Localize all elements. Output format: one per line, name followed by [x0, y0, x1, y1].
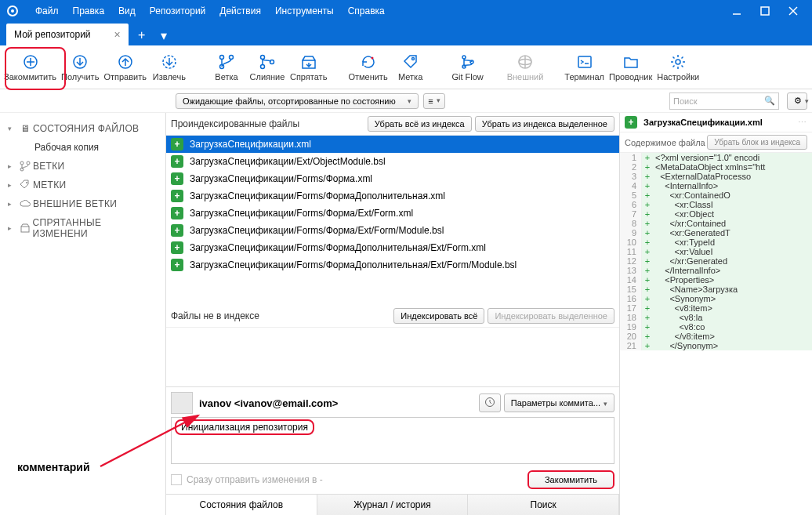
commit-button[interactable]: Закоммитить	[527, 470, 614, 489]
staged-file-row[interactable]: +ЗагрузкаСпецификации.xml	[166, 136, 619, 153]
tool-pull[interactable]: Получить	[59, 48, 101, 87]
unstaged-header: Файлы не в индексе Индексировать всё Инд…	[166, 305, 619, 328]
sidebar-remotes[interactable]: ▸ ВНЕШНИЕ ВЕТКИ	[3, 194, 162, 213]
file-added-icon: +	[171, 172, 183, 185]
unstage-all-button[interactable]: Убрать всё из индекса	[368, 116, 472, 132]
tool-settings[interactable]: Настройки	[654, 48, 701, 87]
main: ▾🖥СОСТОЯНИЯ ФАЙЛОВ Рабочая копия ▸ ВЕТКИ…	[0, 113, 812, 515]
window-close[interactable]	[779, 0, 807, 22]
cloud-icon	[17, 200, 33, 208]
svg-rect-3	[761, 7, 769, 15]
search-icon: 🔍	[764, 96, 775, 106]
diff-menu-icon[interactable]: ⋯	[798, 118, 807, 128]
filterbar: Ожидающие файлы, отсортированные по сост…	[0, 89, 812, 113]
push-after-label: Сразу отправить изменения в -	[187, 474, 323, 485]
staged-file-row[interactable]: +ЗагрузкаСпецификации/Forms/Форма/Ext/Fo…	[166, 222, 619, 239]
sidebar-working-copy[interactable]: Рабочая копия	[3, 138, 162, 157]
tool-terminal[interactable]: Терминал	[562, 48, 607, 87]
staged-file-row[interactable]: +ЗагрузкаСпецификации/Forms/ФормаДополни…	[166, 256, 619, 274]
sidebar-branches[interactable]: ▸ ВЕТКИ	[3, 157, 162, 176]
tool-stash[interactable]: Спрятать	[288, 48, 329, 87]
history-button[interactable]	[479, 394, 501, 412]
stage-selected-button[interactable]: Индексировать выделенное	[488, 308, 614, 324]
explorer-icon	[622, 53, 640, 71]
menu-help[interactable]: Справка	[341, 5, 392, 16]
file-added-icon: +	[171, 155, 183, 168]
menu-view[interactable]: Вид	[111, 5, 143, 16]
filter-settings-button[interactable]: ⚙	[787, 92, 807, 110]
menu-tools[interactable]: Инструменты	[268, 5, 341, 16]
svg-point-33	[27, 161, 30, 165]
search-input[interactable]: Поиск 🔍	[669, 92, 779, 110]
svg-point-15	[219, 55, 223, 59]
tool-discard[interactable]: Отменить	[346, 48, 390, 87]
sidebar-stashes[interactable]: ▸ СПРЯТАННЫЕ ИЗМЕНЕНИ	[3, 213, 162, 243]
staged-file-row[interactable]: +ЗагрузкаСпецификации/Forms/ФормаДополни…	[166, 187, 619, 205]
commit-icon	[22, 53, 39, 71]
tool-merge[interactable]: Слияние	[247, 48, 288, 87]
tool-remote[interactable]: Внешний	[505, 48, 546, 87]
svg-point-18	[260, 55, 264, 59]
svg-point-22	[371, 56, 373, 59]
tool-commit[interactable]: Закоммитить	[2, 48, 59, 87]
tab-menu-button[interactable]: ▾	[154, 25, 174, 45]
terminal-icon	[576, 53, 593, 71]
tool-branch[interactable]: Ветка	[206, 48, 247, 87]
file-added-icon: +	[171, 241, 183, 254]
diff-content-label: Содержимое файла	[625, 138, 705, 147]
svg-point-23	[411, 57, 414, 60]
tool-explorer[interactable]: Проводник	[607, 48, 654, 87]
tab-log[interactable]: Журнал / история	[317, 495, 469, 515]
window-minimize[interactable]	[723, 0, 751, 22]
unstage-selected-button[interactable]: Убрать из индекса выделенное	[475, 116, 614, 132]
sidebar: ▾🖥СОСТОЯНИЯ ФАЙЛОВ Рабочая копия ▸ ВЕТКИ…	[0, 113, 166, 515]
commit-area: ivanov <ivanov@email.com> Параметры комм…	[166, 386, 619, 494]
pending-filter-dropdown[interactable]: Ожидающие файлы, отсортированные по сост…	[176, 93, 419, 109]
staged-file-row[interactable]: +ЗагрузкаСпецификации/Forms/Форма/Ext/Fo…	[166, 205, 619, 222]
tab-file-status[interactable]: Состояния файлов	[166, 495, 317, 515]
sidebar-file-status[interactable]: ▾🖥СОСТОЯНИЯ ФАЙЛОВ	[3, 119, 162, 138]
diff-content[interactable]: 1+ <?xml version="1.0" encodi2+ <MetaDat…	[620, 153, 812, 515]
svg-point-16	[229, 55, 233, 59]
sidebar-tags[interactable]: ▸ МЕТКИ	[3, 176, 162, 194]
tabbar: Мой репозиторий × + ▾	[0, 22, 812, 45]
stash-icon	[300, 53, 317, 71]
tab-close-icon[interactable]: ×	[114, 28, 121, 41]
tool-fetch[interactable]: Извлечь	[149, 48, 190, 87]
file-added-icon: +	[171, 207, 183, 219]
branch-icon	[218, 53, 235, 71]
stage-all-button[interactable]: Индексировать всё	[393, 308, 484, 324]
repo-tab[interactable]: Мой репозиторий ×	[6, 24, 129, 45]
staged-file-row[interactable]: +ЗагрузкаСпецификации/Forms/ФормаДополни…	[166, 239, 619, 256]
remote-icon	[517, 53, 534, 71]
staged-file-row[interactable]: +ЗагрузкаСпецификации/Ext/ObjectModule.b…	[166, 153, 619, 170]
push-after-checkbox[interactable]	[171, 474, 182, 485]
new-tab-button[interactable]: +	[132, 25, 152, 45]
menu-file[interactable]: Файл	[28, 5, 66, 16]
commit-message-input[interactable]: Инициализация репозитория	[171, 417, 614, 464]
menu-actions[interactable]: Действия	[212, 5, 268, 16]
svg-point-19	[260, 64, 264, 68]
tag-icon	[402, 53, 419, 71]
merge-icon	[259, 53, 276, 71]
diff-pane: + ЗагрузкаСпецификации.xml ⋯ Содержимое …	[620, 113, 812, 515]
unstage-hunk-button[interactable]: Убрать блок из индекса	[707, 135, 807, 150]
pull-icon	[71, 53, 89, 71]
tool-push[interactable]: Отправить	[101, 48, 149, 87]
svg-rect-30	[578, 56, 591, 67]
monitor-icon: 🖥	[17, 123, 33, 134]
commit-options-dropdown[interactable]: Параметры коммита...	[504, 394, 614, 412]
settings-icon	[669, 53, 687, 71]
tool-gitflow[interactable]: Git Flow	[448, 48, 488, 87]
tab-search[interactable]: Поиск	[468, 495, 619, 515]
staged-file-row[interactable]: +ЗагрузкаСпецификации/Forms/Форма.xml	[166, 170, 619, 187]
commit-author: ivanov <ivanov@email.com>	[199, 397, 338, 409]
tag-icon	[17, 180, 33, 190]
view-mode-button[interactable]: ≡	[423, 93, 445, 109]
app-icon	[5, 3, 20, 19]
menu-edit[interactable]: Правка	[66, 5, 112, 16]
file-added-icon: +	[171, 138, 183, 151]
tool-tag[interactable]: Метка	[390, 48, 431, 87]
window-maximize[interactable]	[751, 0, 779, 22]
menu-repo[interactable]: Репозиторий	[143, 5, 213, 16]
